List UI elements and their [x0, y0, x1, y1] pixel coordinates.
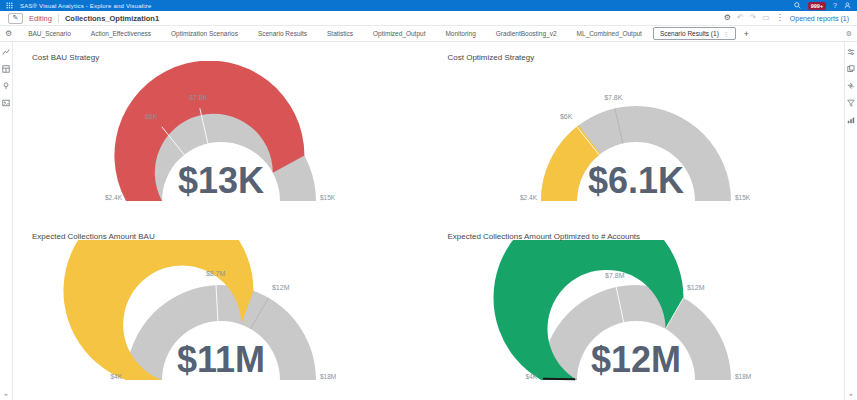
undo-icon[interactable]: ↶ [737, 14, 744, 22]
objects-table-icon[interactable] [2, 65, 10, 73]
gauge-max-label: $15K [735, 194, 751, 201]
gauge-cell-cost-bau: Cost BAU Strategy $6K$7.8K$2.4K$15K$13K [13, 42, 429, 221]
toolbar-divider [58, 14, 59, 23]
filters-funnel-icon[interactable] [847, 99, 855, 107]
add-page-button[interactable]: + [738, 29, 755, 39]
tab-menu-icon[interactable]: ⋮ [723, 30, 729, 37]
application-window: SAS® Visual Analytics - Explore and Visu… [0, 0, 857, 400]
gauge-cell-collections-optimized: Expected Collections Amount Optimized to… [429, 221, 845, 400]
tab-optimized-output[interactable]: Optimized_Output [364, 27, 434, 40]
options-sliders-icon[interactable] [847, 48, 855, 56]
page-options-gear-icon[interactable]: ⚙ [5, 29, 12, 38]
tab-action-effectiveness[interactable]: Action_Effectiveness [82, 27, 160, 40]
canvas-options-gear-icon[interactable]: ⚙ [846, 30, 852, 38]
gauge-value-text: $13K [178, 160, 264, 201]
report-title: Collections_Optimization1 [65, 14, 159, 23]
report-toolbar: ✎ Editing Collections_Optimization1 ⚙ ↶ … [0, 11, 857, 26]
tab-scenario-results[interactable]: Scenario Results [249, 27, 316, 40]
tab-statistics[interactable]: Statistics [318, 27, 362, 40]
gauge-value-text: $6.1K [588, 160, 684, 201]
expand-left-rail-icon[interactable]: » [4, 391, 7, 397]
view-frame-icon[interactable]: ▭ [762, 14, 770, 22]
editing-mode-label: Editing [29, 14, 52, 23]
tab-label: Monitoring [445, 30, 475, 37]
left-sidebar: » [0, 42, 13, 400]
settings-gear-icon[interactable]: ⚙ [724, 14, 731, 22]
gauge-chart-collections-bau[interactable]: $8.7M$12M$4K$18M$11M [14, 240, 428, 392]
gauge-chart-collections-optimized[interactable]: $7.8M$12M$4K$18M$12M [429, 240, 843, 392]
tab-optimization-scenarios[interactable]: Optimization Scenarios [162, 27, 247, 40]
ranks-bars-icon[interactable] [847, 116, 855, 124]
gauge-chart-cost-optimized[interactable]: $6K$7.8K$2.4K$15K$6.1K [429, 61, 843, 213]
gauge-min-label: $2.4K [105, 194, 123, 201]
tab-label: ML_Combined_Output [577, 30, 642, 37]
tab-ml-combined-output[interactable]: ML_Combined_Output [568, 27, 651, 40]
main-region: » Cost BAU Strategy $6K$7.8K$2.4K$15K$13… [0, 42, 857, 400]
actions-icon[interactable] [847, 82, 855, 90]
gauge-title: Cost Optimized Strategy [448, 53, 535, 62]
tab-bau-scenario[interactable]: BAU_Scenario [19, 27, 80, 40]
redo-icon[interactable]: ↷ [750, 14, 757, 22]
outline-pin-icon[interactable] [2, 82, 10, 90]
gauge-tick-label: $12M [687, 284, 705, 291]
help-icon[interactable]: ? [833, 2, 837, 9]
tab-gradientboosting-v2[interactable]: GradientBoosting_v2 [487, 27, 566, 40]
tab-label: Scenario Results [258, 30, 307, 37]
tab-scenario-results-1-[interactable]: Scenario Results (1)⋮ [653, 27, 736, 40]
report-canvas: Cost BAU Strategy $6K$7.8K$2.4K$15K$13K … [13, 42, 844, 400]
gauge-tick-label: $7.8K [189, 94, 208, 101]
gauge-value-text: $11M [177, 339, 265, 380]
notification-badge[interactable]: 999+ [808, 2, 826, 10]
gauge-tick-label: $7.8K [604, 94, 623, 101]
tab-label: GradientBoosting_v2 [496, 30, 557, 37]
gauge-tick-label: $12M [272, 284, 290, 291]
edit-pencil-button[interactable]: ✎ [8, 13, 23, 24]
page-tabstrip: ⚙ BAU_ScenarioAction_EffectivenessOptimi… [0, 26, 857, 42]
gauge-max-label: $18M [320, 373, 336, 380]
gauge-min-label: $4K [526, 373, 538, 380]
gauge-max-label: $18M [735, 373, 751, 380]
gauge-chart-cost-bau[interactable]: $6K$7.8K$2.4K$15K$13K [14, 61, 428, 213]
tab-label: Statistics [327, 30, 353, 37]
gauge-tick-label: $6K [145, 113, 158, 120]
tab-label: BAU_Scenario [28, 30, 71, 37]
data-roles-icon[interactable] [847, 65, 855, 73]
gauge-title: Expected Collections Amount Optimized to… [448, 232, 641, 241]
gauge-tick-label: $6K [560, 113, 573, 120]
gauge-tick-label: $8.7M [206, 270, 226, 277]
application-header: SAS® Visual Analytics - Explore and Visu… [0, 0, 857, 11]
gauge-title: Expected Collections Amount BAU [32, 232, 155, 241]
tab-label: Scenario Results (1) [660, 30, 719, 37]
tab-list: BAU_ScenarioAction_EffectivenessOptimiza… [19, 27, 736, 40]
gauge-max-label: $15K [320, 194, 336, 201]
app-title: SAS® Visual Analytics - Explore and Visu… [20, 3, 152, 9]
gauge-title: Cost BAU Strategy [32, 53, 99, 62]
media-image-icon[interactable] [2, 99, 10, 107]
right-sidebar: « [844, 42, 857, 400]
overflow-menu-icon[interactable]: ⋮ [776, 14, 784, 22]
gauge-min-label: $2.4K [520, 194, 538, 201]
apps-grid-icon[interactable] [6, 2, 13, 9]
pencil-icon: ✎ [13, 14, 19, 22]
search-icon[interactable] [794, 2, 801, 9]
gauge-min-label: $4K [110, 373, 122, 380]
user-avatar-icon[interactable] [844, 2, 851, 9]
data-chart-icon[interactable] [2, 48, 10, 56]
tab-monitoring[interactable]: Monitoring [436, 27, 484, 40]
gauge-cell-collections-bau: Expected Collections Amount BAU $8.7M$12… [13, 221, 429, 400]
gauge-cell-cost-optimized: Cost Optimized Strategy $6K$7.8K$2.4K$15… [429, 42, 845, 221]
expand-right-rail-icon[interactable]: « [849, 391, 852, 397]
tab-label: Optimization Scenarios [171, 30, 238, 37]
gauge-tick-label: $7.8M [605, 272, 625, 279]
opened-reports-link[interactable]: Opened reports (1) [790, 15, 849, 22]
tab-label: Action_Effectiveness [91, 30, 151, 37]
gauge-value-text: $12M [591, 339, 681, 380]
tab-label: Optimized_Output [373, 30, 425, 37]
